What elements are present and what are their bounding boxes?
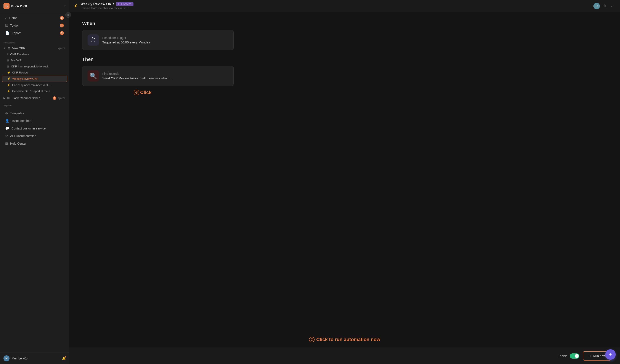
trigger-card[interactable]: ⏱ Scheduler Trigger Triggered at 00:00 e… xyxy=(82,30,234,50)
action-card[interactable]: 🔍 Find records Send OKR Review tasks to … xyxy=(82,66,234,86)
then-label: Then xyxy=(82,57,607,62)
header-title-area: Weekly Review OKR Full Access Remind tea… xyxy=(80,2,134,10)
resource-group-header-vika-okr[interactable]: ▼ ⊞ Vika OKR 7piece xyxy=(0,45,69,51)
enable-toggle: Enable xyxy=(558,353,579,359)
when-label: When xyxy=(82,21,607,26)
sidebar-toggle-area: ≡ xyxy=(65,12,71,18)
more-options-button[interactable]: ⋯ xyxy=(610,3,616,9)
trigger-name: Scheduler Trigger xyxy=(102,36,150,40)
grid-icon-slack: ⊞ xyxy=(7,96,10,100)
label-templates: Templates xyxy=(10,112,24,115)
resource-items-vika-okr: # OKR Database ⊟ My OKR ⊟ OKR I am respo… xyxy=(0,51,69,94)
app-logo: B xyxy=(3,3,10,9)
todo-icon: ☑ xyxy=(5,24,8,28)
sidebar-header[interactable]: B BIKA OKR ▾ xyxy=(0,0,69,12)
label-okr-database: OKR Database xyxy=(10,53,64,56)
action-info: Find records Send OKR Review tasks to al… xyxy=(102,72,172,80)
access-badge: Full Access xyxy=(116,2,134,6)
lightning-icon-2: ⚡ xyxy=(7,83,10,87)
label-help: Help Center xyxy=(10,142,26,145)
run-now-icon: ⊙ xyxy=(589,354,591,358)
table-icon: ⊟ xyxy=(7,59,9,62)
label-contact: Contact customer service xyxy=(12,127,46,130)
header-user-avatar[interactable]: U xyxy=(593,3,600,9)
report-badge: 1 xyxy=(60,31,64,35)
label-api: API Documentation xyxy=(10,134,36,138)
grid-icon: ⊞ xyxy=(8,46,10,50)
fab-plus-icon: + xyxy=(609,352,612,357)
nav-label-home: Home xyxy=(9,16,58,20)
sidebar: B BIKA OKR ▾ ⌂ Home 2 ☑ To-do 1 📄 Report… xyxy=(0,0,69,364)
page-title: Weekly Review OKR xyxy=(80,2,114,6)
trigger-info: Scheduler Trigger Triggered at 00:00 eve… xyxy=(102,36,150,44)
sidebar-item-weekly-review[interactable]: ⚡ Weekly Review OKR xyxy=(2,76,67,82)
main-content: ⚡ Weekly Review OKR Full Access Remind t… xyxy=(69,0,620,364)
resources-label: Resources xyxy=(0,40,69,45)
run-now-label: Run now xyxy=(593,354,606,358)
label-invite: Invite Members xyxy=(12,119,32,123)
label-my-okr: My OKR xyxy=(11,59,64,62)
label-end-of-quarter: End of quarter reminder to fill ... xyxy=(12,83,64,87)
sidebar-item-home[interactable]: ⌂ Home 2 xyxy=(2,14,67,22)
label-generate-okr: Generate OKR Report at the e... xyxy=(12,89,64,93)
sidebar-item-contact[interactable]: 💬 Contact customer service xyxy=(2,125,67,132)
header-lightning-icon: ⚡ xyxy=(74,4,78,8)
sidebar-item-report[interactable]: 📄 Report 1 xyxy=(2,29,67,37)
label-weekly-review: Weekly Review OKR xyxy=(12,77,64,80)
bottom-bar: Enable ⊙ Run now xyxy=(69,348,620,364)
sidebar-item-generate-okr[interactable]: ⚡ Generate OKR Report at the e... xyxy=(2,88,67,94)
sidebar-item-okr-responsible[interactable]: ⊟ OKR I am responsible for revi... xyxy=(2,64,67,69)
resource-group-header-slack[interactable]: ▶ ⊞ Slack Channel Sched... ! 1piece xyxy=(0,95,69,101)
nav-label-report: Report xyxy=(12,31,58,35)
todo-badge: 1 xyxy=(60,24,64,28)
lightning-icon-3: ⚡ xyxy=(7,89,10,93)
edit-button[interactable]: ✎ xyxy=(603,3,607,9)
sidebar-item-help[interactable]: ⊡ Help Center xyxy=(2,140,67,147)
bell-icon[interactable]: 🔔 xyxy=(62,357,65,360)
collapse-icon: ▼ xyxy=(3,47,6,50)
group-name-slack: Slack Channel Sched... xyxy=(12,96,51,100)
contact-icon: 💬 xyxy=(5,126,9,130)
api-icon: ⚙ xyxy=(5,134,8,138)
lightning-icon: ⚡ xyxy=(7,71,10,74)
enable-toggle-switch[interactable] xyxy=(570,353,579,359)
main-wrapper: ≡ ⚡ Weekly Review OKR Full Access Remind… xyxy=(69,0,620,364)
user-name: Member-Kon xyxy=(12,357,60,360)
app-title: BIKA OKR xyxy=(11,4,62,8)
sidebar-item-okr-review[interactable]: ⚡ OKR Review xyxy=(2,70,67,75)
sidebar-item-api[interactable]: ⚙ API Documentation xyxy=(2,132,67,140)
chevron-down-icon: ▾ xyxy=(64,4,65,8)
sidebar-item-invite[interactable]: 👤 Invite Members xyxy=(2,117,67,125)
fab-button[interactable]: + xyxy=(605,349,616,360)
group-name-vika-okr: Vika OKR xyxy=(12,46,56,50)
label-okr-review: OKR Review xyxy=(12,71,64,74)
hash-icon: # xyxy=(7,53,8,56)
resource-group-vika-okr: ▼ ⊞ Vika OKR 7piece # OKR Database ⊟ My … xyxy=(0,45,69,94)
lightning-icon-active: ⚡ xyxy=(7,77,11,80)
action-description: Send OKR Review tasks to all members who… xyxy=(102,76,172,80)
nav-label-todo: To-do xyxy=(10,24,58,27)
group-count-vika-okr: 7piece xyxy=(58,47,65,50)
trigger-description: Triggered at 00:00 every Monday xyxy=(102,40,150,44)
warning-badge: ! xyxy=(53,96,56,100)
label-okr-responsible: OKR I am responsible for revi... xyxy=(11,65,64,68)
table-icon-2: ⊟ xyxy=(7,65,9,68)
enable-label: Enable xyxy=(558,354,568,358)
home-icon: ⌂ xyxy=(5,16,7,20)
sidebar-item-end-of-quarter[interactable]: ⚡ End of quarter reminder to fill ... xyxy=(2,82,67,88)
sidebar-item-templates[interactable]: ⊙ Templates xyxy=(2,110,67,117)
user-avatar: M xyxy=(3,355,10,361)
report-icon: 📄 xyxy=(5,31,9,35)
help-icon: ⊡ xyxy=(5,142,8,146)
sidebar-toggle-button[interactable]: ≡ xyxy=(65,12,71,18)
resource-group-slack: ▶ ⊞ Slack Channel Sched... ! 1piece xyxy=(0,95,69,101)
sidebar-item-todo[interactable]: ☑ To-do 1 xyxy=(2,22,67,29)
sidebar-item-okr-database[interactable]: # OKR Database xyxy=(2,51,67,57)
trigger-icon-wrapper: ⏱ xyxy=(88,34,99,46)
page-subtitle: Remind team members to review OKR xyxy=(80,6,134,10)
automation-content: When ⏱ Scheduler Trigger Triggered at 00… xyxy=(69,12,620,348)
action-icon-wrapper: 🔍 xyxy=(88,70,99,82)
action-name: Find records xyxy=(102,72,172,75)
sidebar-item-my-okr[interactable]: ⊟ My OKR xyxy=(2,58,67,63)
sidebar-nav: ⌂ Home 2 ☑ To-do 1 📄 Report 1 xyxy=(0,12,69,39)
